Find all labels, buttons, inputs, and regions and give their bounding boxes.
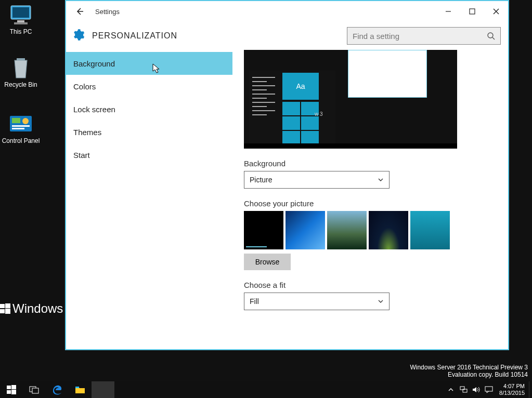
- clock-date: 8/13/2015: [499, 390, 525, 396]
- picture-thumbnail[interactable]: [369, 211, 408, 249]
- search-icon: [487, 32, 495, 40]
- svg-rect-8: [12, 125, 30, 127]
- svg-rect-2: [17, 20, 24, 22]
- choose-picture-label: Choose your picture: [244, 199, 498, 208]
- window-title: Settings: [95, 8, 120, 16]
- svg-rect-1: [12, 7, 29, 18]
- svg-rect-26: [75, 387, 79, 388]
- tray-overflow-button[interactable]: [444, 381, 458, 398]
- sidebar-item-start[interactable]: Start: [66, 143, 232, 166]
- search-input[interactable]: [353, 32, 487, 41]
- background-dropdown[interactable]: Picture: [244, 171, 390, 189]
- picture-thumbnail[interactable]: [327, 211, 367, 249]
- desktop: This PC Recycle Bin Control Panel Window…: [0, 0, 532, 398]
- search-box[interactable]: [347, 27, 501, 45]
- svg-rect-6: [12, 118, 20, 123]
- control-panel-icon: [8, 113, 33, 135]
- chevron-up-icon: [448, 387, 453, 392]
- picture-thumbnail[interactable]: [286, 211, 325, 249]
- recycle-bin-icon: [8, 57, 33, 79]
- svg-rect-10: [0, 304, 5, 308]
- desktop-icon-label: This PC: [0, 28, 42, 35]
- svg-rect-13: [5, 309, 10, 314]
- minimize-icon: [445, 8, 451, 15]
- sidebar-item-label: Colors: [73, 82, 96, 91]
- picture-thumbnails: [244, 211, 498, 249]
- minimize-button[interactable]: [436, 4, 460, 19]
- dropdown-value: Fill: [250, 297, 259, 306]
- desktop-icon-label: Control Panel: [0, 137, 42, 144]
- gear-icon: [71, 28, 85, 44]
- choose-fit-label: Choose a fit: [244, 281, 498, 289]
- edge-button[interactable]: [46, 381, 69, 398]
- notification-icon: [485, 386, 493, 393]
- svg-rect-11: [5, 303, 10, 308]
- settings-window: Settings PERSONALIZATION B: [65, 0, 509, 350]
- desktop-icon-label: Recycle Bin: [0, 81, 42, 88]
- chevron-down-icon: [378, 298, 384, 304]
- picture-thumbnail[interactable]: [244, 211, 283, 249]
- close-icon: [493, 8, 499, 15]
- maximize-icon: [469, 8, 475, 15]
- windows-logo-icon: [0, 303, 10, 314]
- desktop-icon-recycle-bin[interactable]: Recycle Bin: [0, 57, 42, 88]
- svg-rect-23: [11, 390, 16, 394]
- network-tray-icon[interactable]: [458, 381, 470, 398]
- file-explorer-button[interactable]: [69, 381, 92, 398]
- taskbar-clock[interactable]: 4:07 PM 8/13/2015: [495, 383, 529, 396]
- sidebar-item-label: Start: [73, 151, 90, 160]
- desktop-icon-control-panel[interactable]: Control Panel: [0, 113, 42, 144]
- watermark-line: Windows Server 2016 Technical Preview 3: [410, 364, 528, 371]
- window-titlebar: Settings: [66, 1, 508, 22]
- maximize-button[interactable]: [460, 4, 484, 19]
- close-button[interactable]: [484, 4, 508, 19]
- content-area: Aa w 3 Background Picture Cho: [232, 50, 508, 349]
- task-view-button[interactable]: [23, 381, 46, 398]
- preview-window: [348, 50, 427, 98]
- desktop-icon-this-pc[interactable]: This PC: [0, 4, 42, 35]
- background-label: Background: [244, 159, 498, 168]
- desktop-preview: Aa w 3: [244, 50, 457, 149]
- sidebar-item-themes[interactable]: Themes: [66, 121, 232, 143]
- svg-rect-3: [14, 22, 28, 24]
- preview-caption: w 3: [315, 111, 323, 117]
- action-center-tray-icon[interactable]: [483, 381, 495, 398]
- svg-rect-9: [12, 128, 24, 129]
- volume-tray-icon[interactable]: [470, 381, 483, 398]
- sidebar-item-colors[interactable]: Colors: [66, 75, 232, 98]
- clock-time: 4:07 PM: [499, 383, 525, 390]
- svg-rect-15: [470, 9, 475, 14]
- computer-icon: [8, 4, 33, 26]
- settings-header: PERSONALIZATION: [66, 22, 508, 50]
- svg-rect-22: [7, 390, 11, 394]
- show-desktop-button[interactable]: [529, 381, 532, 398]
- svg-rect-20: [7, 386, 11, 389]
- browse-button[interactable]: Browse: [244, 254, 291, 270]
- fit-dropdown[interactable]: Fill: [244, 293, 390, 310]
- svg-line-19: [492, 37, 495, 39]
- back-button[interactable]: [71, 3, 88, 20]
- windows-logo-icon: [7, 385, 16, 394]
- speaker-icon: [472, 386, 481, 393]
- page-title: PERSONALIZATION: [92, 31, 177, 41]
- preview-start-menu: Aa: [249, 71, 335, 143]
- svg-rect-21: [11, 385, 16, 389]
- settings-taskbar-button[interactable]: [92, 381, 114, 398]
- sidebar-item-background[interactable]: Background: [66, 52, 232, 75]
- build-watermark: Windows Server 2016 Technical Preview 3 …: [410, 364, 528, 378]
- picture-thumbnail[interactable]: [410, 211, 450, 249]
- sidebar-item-label: Background: [73, 59, 115, 68]
- svg-rect-4: [17, 58, 25, 60]
- chevron-down-icon: [378, 177, 384, 183]
- sidebar-item-label: Themes: [73, 128, 101, 137]
- back-arrow-icon: [75, 7, 84, 16]
- svg-point-18: [488, 33, 493, 38]
- svg-rect-29: [485, 387, 492, 391]
- start-button[interactable]: [0, 381, 23, 398]
- folder-icon: [75, 385, 85, 394]
- network-icon: [460, 386, 468, 393]
- sidebar-item-lockscreen[interactable]: Lock screen: [66, 98, 232, 121]
- sidebar-item-label: Lock screen: [73, 105, 115, 114]
- preview-tile: Aa: [282, 73, 319, 100]
- watermark-line: Evaluation copy. Build 10514: [410, 371, 528, 378]
